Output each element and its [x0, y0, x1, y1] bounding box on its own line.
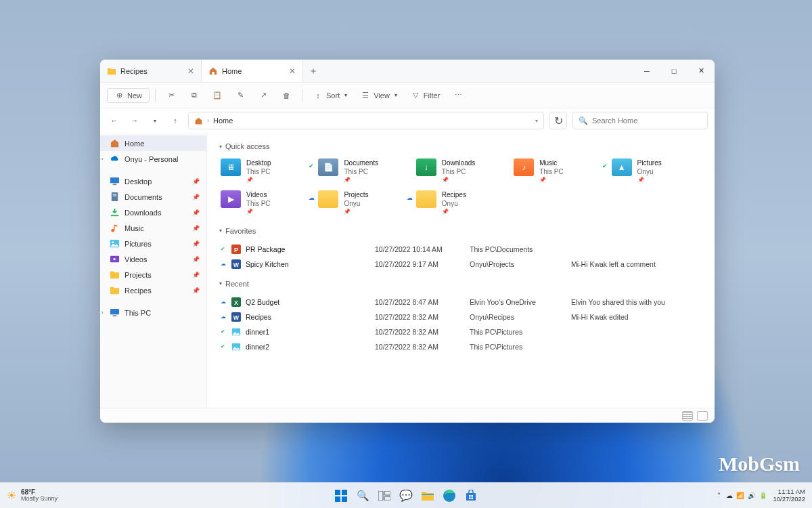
- copy-button[interactable]: ⧉: [184, 88, 204, 103]
- more-button[interactable]: ⋯: [448, 88, 468, 103]
- share-button[interactable]: ↗: [253, 88, 273, 103]
- sidebar-item-thispc[interactable]: › This PC: [100, 305, 206, 320]
- wifi-icon[interactable]: 📶: [736, 492, 744, 499]
- task-view-button[interactable]: [375, 486, 394, 505]
- tab-label: Home: [222, 67, 242, 75]
- tray-chevron-icon[interactable]: ˄: [717, 492, 721, 499]
- sidebar-item-recipes[interactable]: Recipes📌: [100, 282, 206, 298]
- file-explorer-button[interactable]: [418, 486, 437, 505]
- refresh-button[interactable]: ↻: [549, 112, 567, 129]
- svg-rect-34: [472, 495, 474, 497]
- recent-locations-button[interactable]: ▾: [148, 113, 162, 128]
- quick-access-desktop[interactable]: 🖥DesktopThis PC📌: [219, 157, 314, 185]
- sidebar-item-home[interactable]: Home: [100, 135, 206, 151]
- sidebar-item-projects[interactable]: Projects📌: [100, 267, 206, 282]
- file-row[interactable]: ✔PPR Package10/27/2022 10:14 AMThis PC\D…: [219, 242, 705, 257]
- volume-icon[interactable]: 🔊: [748, 492, 756, 499]
- back-button[interactable]: ←: [107, 113, 122, 128]
- close-button[interactable]: ✕: [687, 60, 715, 82]
- toolbar: ⊕ New ✂ ⧉ 📋 ✎ ↗ 🗑 ↕Sort▾ ☰View▾ ▽Filter …: [100, 83, 715, 108]
- delete-button[interactable]: 🗑: [276, 88, 296, 103]
- svg-rect-28: [384, 491, 390, 495]
- quick-access-music[interactable]: ♪MusicThis PC📌: [512, 157, 607, 185]
- edge-button[interactable]: [440, 486, 459, 505]
- share-icon: ↗: [258, 91, 268, 100]
- close-icon[interactable]: ✕: [289, 66, 296, 76]
- file-row[interactable]: ☁WRecipes10/27/2022 8:32 AMOnyu\RecipesM…: [219, 310, 705, 324]
- rename-icon: ✎: [235, 91, 245, 100]
- svg-rect-30: [422, 494, 434, 495]
- close-icon[interactable]: ✕: [187, 66, 194, 76]
- forward-button[interactable]: →: [127, 113, 142, 128]
- svg-rect-25: [335, 496, 340, 502]
- view-button[interactable]: ☰View▾: [355, 88, 403, 103]
- sidebar-item-downloads[interactable]: Downloads📌: [100, 205, 206, 220]
- titlebar: Recipes ✕ Home ✕ ＋ ─ □ ✕: [100, 60, 715, 83]
- file-row[interactable]: ☁WSpicy Kitchen10/27/2022 9:17 AMOnyu\Pr…: [219, 257, 705, 272]
- pin-icon: 📌: [344, 209, 368, 215]
- details-view-button[interactable]: [682, 411, 693, 421]
- file-row[interactable]: ✔dinner210/27/2022 8:32 AMThis PC\Pictur…: [219, 339, 705, 354]
- sidebar-item-pictures[interactable]: Pictures📌: [100, 236, 206, 251]
- tab-recipes[interactable]: Recipes ✕: [100, 60, 202, 82]
- sidebar-item-music[interactable]: Music📌: [100, 220, 206, 236]
- file-row[interactable]: ☁XQ2 Budget10/27/2022 8:47 AMElvin Yoo's…: [219, 295, 705, 310]
- new-tab-button[interactable]: ＋: [303, 60, 323, 82]
- onedrive-tray-icon[interactable]: ☁: [726, 492, 733, 499]
- sidebar-item-desktop[interactable]: Desktop📌: [100, 173, 206, 189]
- chevron-down-icon[interactable]: ▾: [535, 118, 538, 124]
- clock[interactable]: 11:11 AM 10/27/2022: [773, 488, 805, 503]
- search-box[interactable]: 🔍: [572, 112, 708, 129]
- file-row[interactable]: ✔dinner110/27/2022 8:32 AMThis PC\Pictur…: [219, 324, 705, 339]
- sort-button[interactable]: ↕Sort▾: [308, 88, 353, 103]
- chevron-down-icon: ▾: [219, 228, 222, 234]
- quick-access-videos[interactable]: ▶VideosThis PC📌: [219, 189, 314, 217]
- quick-access-documents[interactable]: ✔📄DocumentsThis PC📌: [317, 157, 411, 185]
- paste-button[interactable]: 📋: [207, 88, 227, 103]
- pin-icon: 📌: [192, 287, 200, 294]
- svg-rect-23: [335, 490, 340, 495]
- start-button[interactable]: [332, 486, 351, 505]
- image-icon: [231, 342, 241, 352]
- svg-rect-1: [113, 184, 117, 185]
- sort-icon: ↕: [313, 91, 323, 100]
- quick-access-recipes[interactable]: ☁RecipesOnyu📌: [415, 189, 510, 217]
- store-button[interactable]: [461, 486, 480, 505]
- sidebar-item-documents[interactable]: Documents📌: [100, 189, 206, 205]
- sidebar-item-onedrive[interactable]: › Onyu - Personal: [100, 151, 206, 167]
- filter-button[interactable]: ▽Filter: [405, 88, 445, 103]
- svg-rect-5: [111, 215, 118, 216]
- pin-icon: 📌: [192, 225, 200, 232]
- cut-button[interactable]: ✂: [161, 88, 181, 103]
- section-favorites[interactable]: ▾ Favorites: [219, 227, 705, 235]
- svg-text:P: P: [234, 246, 238, 253]
- minimize-button[interactable]: ─: [633, 60, 660, 82]
- quick-access-projects[interactable]: ☁ProjectsOnyu📌: [317, 189, 411, 217]
- pin-icon: 📌: [192, 240, 200, 247]
- battery-icon[interactable]: 🔋: [759, 492, 767, 499]
- quick-access-pictures[interactable]: ✔▲PicturesOnyu📌: [610, 157, 705, 185]
- new-button[interactable]: ⊕ New: [107, 88, 150, 103]
- excel-icon: X: [231, 297, 241, 307]
- breadcrumb-item[interactable]: Home: [213, 117, 233, 125]
- search-input[interactable]: [592, 117, 702, 125]
- maximize-button[interactable]: □: [660, 60, 687, 82]
- search-button[interactable]: 🔍: [353, 486, 372, 505]
- section-recent[interactable]: ▾ Recent: [219, 280, 705, 288]
- quick-access-downloads[interactable]: ↓DownloadsThis PC📌: [415, 157, 510, 185]
- rename-button[interactable]: ✎: [230, 88, 250, 103]
- tab-home[interactable]: Home ✕: [202, 60, 303, 82]
- breadcrumb[interactable]: › Home ▾: [188, 112, 544, 129]
- cloud-icon: ☁: [219, 298, 227, 305]
- icons-view-button[interactable]: [697, 411, 708, 421]
- chevron-right-icon[interactable]: ›: [102, 156, 104, 162]
- weather-widget[interactable]: ☀ 68°F Mostly Sunny: [7, 488, 58, 503]
- folder-icon: ↓: [416, 158, 436, 176]
- svg-rect-7: [114, 225, 114, 230]
- up-button[interactable]: ↑: [168, 113, 183, 128]
- cloud-icon: [110, 154, 120, 164]
- chevron-right-icon[interactable]: ›: [102, 310, 104, 316]
- sidebar-item-videos[interactable]: Videos📌: [100, 251, 206, 267]
- chat-button[interactable]: 💬: [397, 486, 415, 505]
- section-quick-access[interactable]: ▾ Quick access: [219, 142, 705, 150]
